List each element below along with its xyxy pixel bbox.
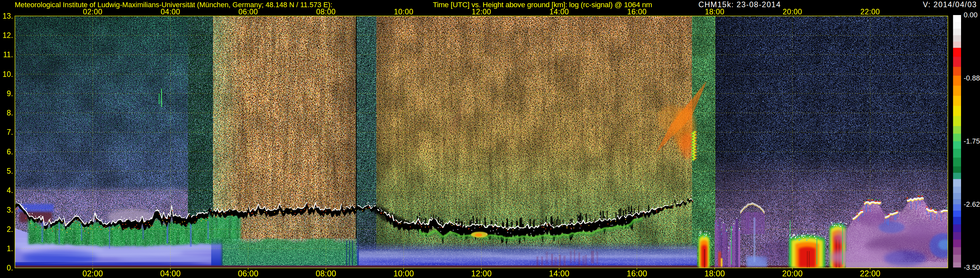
svg-text:-2.62: -2.62: [964, 200, 980, 208]
svg-text:3.: 3.: [7, 206, 13, 214]
svg-text:Time [UTC] vs. Height above gr: Time [UTC] vs. Height above ground [km]:…: [433, 1, 652, 9]
svg-text:0.: 0.: [7, 264, 13, 272]
svg-text:5.: 5.: [7, 167, 13, 175]
svg-text:10.: 10.: [3, 70, 13, 78]
svg-text:6.: 6.: [7, 147, 13, 156]
svg-text:04:00: 04:00: [161, 8, 180, 16]
svg-text:13.: 13.: [3, 12, 13, 20]
svg-text:2.: 2.: [7, 225, 13, 233]
svg-text:02:00: 02:00: [82, 269, 103, 278]
svg-text:08:00: 08:00: [316, 8, 336, 16]
svg-text:16:00: 16:00: [627, 269, 647, 278]
svg-text:7.: 7.: [7, 128, 13, 136]
svg-text:10:00: 10:00: [393, 269, 414, 278]
svg-text:16:00: 16:00: [627, 8, 647, 16]
svg-text:9.: 9.: [7, 89, 13, 98]
svg-text:14:00: 14:00: [549, 269, 570, 278]
svg-text:18:00: 18:00: [705, 8, 725, 16]
svg-text:08:00: 08:00: [315, 269, 336, 278]
svg-text:12:00: 12:00: [472, 8, 491, 16]
svg-text:06:00: 06:00: [238, 269, 258, 278]
svg-text:02:00: 02:00: [83, 8, 103, 16]
svg-text:06:00: 06:00: [239, 8, 258, 16]
svg-text:0.00: 0.00: [964, 11, 978, 19]
svg-text:22:00: 22:00: [861, 8, 880, 16]
svg-text:04:00: 04:00: [160, 269, 181, 278]
svg-text:20:00: 20:00: [783, 8, 802, 16]
svg-text:20:00: 20:00: [782, 269, 803, 278]
svg-text:-1.75: -1.75: [964, 137, 980, 145]
svg-text:10:00: 10:00: [394, 8, 414, 16]
svg-text:-3.50: -3.50: [964, 264, 980, 272]
svg-text:11.: 11.: [3, 50, 13, 59]
svg-text:22:00: 22:00: [860, 269, 880, 278]
svg-text:4.: 4.: [7, 186, 13, 195]
svg-text:8.: 8.: [7, 109, 13, 117]
svg-text:-0.88: -0.88: [964, 74, 980, 82]
svg-text:14:00: 14:00: [549, 8, 569, 16]
svg-text:18:00: 18:00: [704, 269, 725, 278]
svg-text:12.: 12.: [3, 31, 13, 40]
svg-text:1.: 1.: [7, 244, 13, 253]
svg-text:V: 2014/04/03: V: 2014/04/03: [923, 0, 977, 9]
svg-text:12:00: 12:00: [471, 269, 492, 278]
